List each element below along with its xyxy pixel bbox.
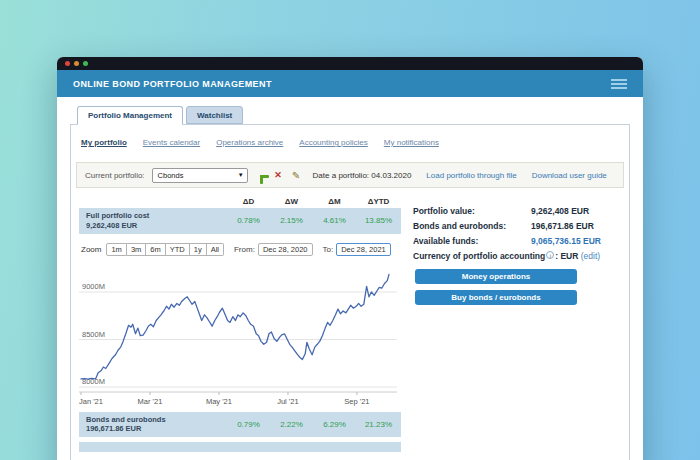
currency-value: EUR bbox=[560, 251, 578, 261]
app-title: ONLINE BOND PORTFOLIO MANAGEMENT bbox=[73, 79, 272, 89]
range-3m-button[interactable]: 3m bbox=[127, 243, 146, 256]
svg-text:Sep '21: Sep '21 bbox=[344, 397, 369, 406]
delta-ytd-value: 13.85% bbox=[356, 216, 401, 225]
available-funds-label: Available funds: bbox=[413, 236, 531, 246]
portfolio-value-chart: 8000M8500M9000MJan '21Mar '21May '21Jul … bbox=[79, 260, 401, 412]
delta-week-value: 2.22% bbox=[270, 420, 313, 429]
nav-operations-archive[interactable]: Operations archive bbox=[216, 138, 283, 147]
delta-week-value: 2.15% bbox=[270, 216, 313, 225]
svg-text:Jul '21: Jul '21 bbox=[277, 397, 298, 406]
currency-edit-link[interactable]: (edit) bbox=[581, 251, 600, 261]
load-portfolio-link[interactable]: Load portfolio through file bbox=[426, 171, 516, 180]
col-delta-ytd: ΔYTD bbox=[356, 197, 401, 206]
current-portfolio-bar: Current portfolio: Cbonds ▼ ✕ ✎ Date a p… bbox=[76, 162, 624, 188]
available-funds-amount: 9,065,736.15 EUR bbox=[531, 236, 601, 246]
col-delta-week: ΔW bbox=[270, 197, 313, 206]
download-guide-link[interactable]: Download user guide bbox=[532, 171, 607, 180]
range-1m-button[interactable]: 1m bbox=[106, 243, 126, 256]
tab-portfolio-management[interactable]: Portfolio Management bbox=[77, 106, 183, 125]
full-portfolio-cost-row: Full portfolio cost 9,262,408 EUR 0.78% … bbox=[79, 208, 401, 234]
portfolio-value-label: Portfolio value: bbox=[413, 206, 531, 216]
portfolio-select[interactable]: Cbonds ▼ bbox=[152, 168, 248, 183]
window-close-dot[interactable] bbox=[65, 61, 70, 66]
delta-day-value: 0.78% bbox=[227, 216, 270, 225]
tab-bar: Portfolio Management Watchlist bbox=[77, 106, 630, 124]
zoom-label: Zoom bbox=[81, 245, 101, 254]
delta-month-value: 4.61% bbox=[313, 216, 356, 225]
currency-accounting-line: Currency of portfolio accountingi: EUR (… bbox=[413, 251, 629, 261]
delete-portfolio-icon[interactable]: ✕ bbox=[273, 170, 284, 181]
delta-month-value: 6.29% bbox=[313, 420, 356, 429]
add-portfolio-icon[interactable] bbox=[255, 170, 266, 181]
svg-text:Jan '21: Jan '21 bbox=[79, 397, 103, 406]
nav-events-calendar[interactable]: Events calendar bbox=[143, 138, 200, 147]
bonds-eurobonds-amount: 196,671.86 EUR bbox=[531, 221, 594, 231]
nav-accounting-policies[interactable]: Accounting policies bbox=[299, 138, 367, 147]
to-label: To: bbox=[323, 245, 334, 254]
svg-text:May '21: May '21 bbox=[206, 397, 232, 406]
portfolio-select-value: Cbonds bbox=[158, 171, 184, 180]
menu-icon[interactable] bbox=[611, 79, 627, 89]
nav-my-notifications[interactable]: My notifications bbox=[384, 138, 439, 147]
window-titlebar bbox=[57, 57, 643, 70]
content-panel: My portfolio Events calendar Operations … bbox=[70, 124, 630, 460]
portfolio-date-value: 04.03.2020 bbox=[371, 171, 411, 180]
col-delta-day: ΔD bbox=[227, 197, 270, 206]
bonds-eurobonds-label: Bonds and eurobonds: bbox=[413, 221, 531, 231]
row-title: Bonds and eurobonds 196,671.86 EUR bbox=[79, 415, 227, 435]
select-arrow-icon: ▼ bbox=[238, 172, 244, 178]
svg-text:9000M: 9000M bbox=[82, 282, 105, 291]
summary-row: Bonds and eurobonds: 196,671.86 EUR bbox=[413, 221, 629, 231]
row-title: Full portfolio cost 9,262,408 EUR bbox=[79, 211, 227, 231]
from-date-input[interactable]: Dec 28, 2020 bbox=[258, 243, 313, 256]
app-header: ONLINE BOND PORTFOLIO MANAGEMENT bbox=[57, 70, 643, 97]
bonds-eurobonds-row: Bonds and eurobonds 196,671.86 EUR 0.79%… bbox=[79, 412, 401, 438]
summary-row: Portfolio value: 9,262,408 EUR bbox=[413, 206, 629, 216]
buy-bonds-button[interactable]: Buy bonds / eurobonds bbox=[415, 290, 577, 305]
range-6m-button[interactable]: 6m bbox=[146, 243, 165, 256]
portfolio-date: Date a portfolio: 04.03.2020 bbox=[313, 171, 412, 180]
range-all-button[interactable]: All bbox=[207, 243, 224, 256]
money-operations-button[interactable]: Money operations bbox=[415, 269, 577, 284]
range-button-group: 1m 3m 6m YTD 1y All bbox=[106, 243, 224, 256]
portfolio-stats-column: ΔD ΔW ΔM ΔYTD Full portfolio cost 9,262,… bbox=[79, 194, 401, 452]
delta-ytd-value: 21.23% bbox=[356, 420, 401, 429]
section-nav: My portfolio Events calendar Operations … bbox=[71, 125, 629, 158]
svg-text:Mar '21: Mar '21 bbox=[138, 397, 163, 406]
current-portfolio-label: Current portfolio: bbox=[85, 171, 145, 180]
row-amount: 196,671.86 EUR bbox=[86, 424, 141, 433]
summary-row: Available funds: 9,065,736.15 EUR bbox=[413, 236, 629, 246]
window-minimize-dot[interactable] bbox=[74, 61, 79, 66]
from-label: From: bbox=[234, 245, 255, 254]
col-delta-month: ΔM bbox=[313, 197, 356, 206]
nav-my-portfolio[interactable]: My portfolio bbox=[81, 138, 127, 147]
portfolio-value-amount: 9,262,408 EUR bbox=[531, 206, 589, 216]
info-icon[interactable]: i bbox=[546, 251, 554, 259]
browser-window: ONLINE BOND PORTFOLIO MANAGEMENT Portfol… bbox=[57, 57, 643, 460]
edit-portfolio-icon[interactable]: ✎ bbox=[291, 170, 302, 181]
window-maximize-dot[interactable] bbox=[83, 61, 88, 66]
tab-watchlist[interactable]: Watchlist bbox=[186, 106, 243, 124]
svg-text:8500M: 8500M bbox=[82, 329, 105, 338]
chart-zoom-controls: Zoom 1m 3m 6m YTD 1y All From: Dec 28, 2… bbox=[81, 243, 401, 256]
delta-day-value: 0.79% bbox=[227, 420, 270, 429]
row-amount: 9,262,408 EUR bbox=[86, 221, 137, 230]
next-row-cutoff bbox=[79, 442, 401, 452]
portfolio-chart-svg: 8000M8500M9000MJan '21Mar '21May '21Jul … bbox=[79, 260, 397, 408]
to-date-input[interactable]: Dec 28, 2021 bbox=[336, 243, 391, 256]
range-ytd-button[interactable]: YTD bbox=[166, 243, 190, 256]
portfolio-summary-column: Portfolio value: 9,262,408 EUR Bonds and… bbox=[413, 194, 629, 452]
range-1y-button[interactable]: 1y bbox=[190, 243, 207, 256]
stats-header-row: ΔD ΔW ΔM ΔYTD bbox=[79, 194, 401, 208]
